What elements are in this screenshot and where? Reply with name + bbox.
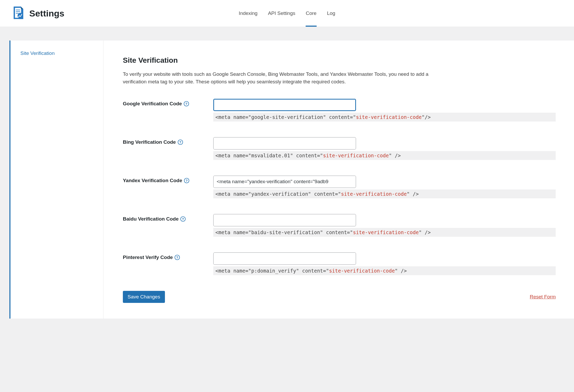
bing-code-hint: <meta name="msvalidate.01" content="site… (213, 151, 556, 160)
tab-core[interactable]: Core (301, 0, 322, 27)
help-icon[interactable]: ? (180, 216, 186, 222)
brand: Settings (10, 5, 64, 21)
actions-row: Save Changes Reset Form (123, 291, 556, 303)
svg-point-7 (18, 13, 23, 19)
svg-text:?: ? (176, 255, 178, 259)
field-row-pinterest: Pinterest Verify Code ? <meta name="p:do… (123, 252, 556, 275)
field-row-google: Google Verification Code ? <meta name="g… (123, 99, 556, 122)
field-label-google: Google Verification Code ? (123, 99, 213, 107)
section-title: Site Verification (123, 56, 556, 65)
main-content: Site Verification To verify your website… (104, 41, 574, 319)
field-body: <meta name="baidu-site-verification" con… (213, 214, 556, 237)
save-changes-button[interactable]: Save Changes (123, 291, 165, 303)
baidu-code-hint: <meta name="baidu-site-verification" con… (213, 228, 556, 237)
yandex-verification-input[interactable] (213, 176, 356, 188)
field-label-pinterest: Pinterest Verify Code ? (123, 252, 213, 260)
help-icon[interactable]: ? (174, 255, 180, 260)
top-header: Settings Indexing API Settings Core Log (0, 0, 574, 27)
label-text: Yandex Verification Code (123, 178, 182, 183)
tab-api-settings[interactable]: API Settings (263, 0, 301, 27)
svg-text:?: ? (182, 217, 184, 221)
pinterest-verification-input[interactable] (213, 252, 356, 265)
field-body: <meta name="google-site-verification" co… (213, 99, 556, 122)
baidu-verification-input[interactable] (213, 214, 356, 226)
app-logo-icon (10, 5, 26, 21)
help-icon[interactable]: ? (177, 139, 183, 145)
page-title: Settings (29, 8, 64, 19)
pinterest-code-hint: <meta name="p:domain_verify" content="si… (213, 266, 556, 275)
help-icon[interactable]: ? (184, 178, 190, 183)
content-wrap: Site Verification Site Verification To v… (0, 27, 574, 329)
side-nav-item-site-verification[interactable]: Site Verification (10, 50, 103, 56)
svg-text:?: ? (185, 102, 187, 106)
field-label-bing: Bing Verification Code ? (123, 137, 213, 145)
settings-panel: Site Verification Site Verification To v… (9, 41, 574, 319)
yandex-code-hint: <meta name="yandex-verification" content… (213, 189, 556, 198)
field-row-bing: Bing Verification Code ? <meta name="msv… (123, 137, 556, 160)
tab-indexing[interactable]: Indexing (233, 0, 263, 27)
label-text: Baidu Verification Code (123, 216, 179, 222)
label-text: Pinterest Verify Code (123, 255, 173, 260)
help-icon[interactable]: ? (183, 101, 189, 107)
bing-verification-input[interactable] (213, 137, 356, 149)
field-row-yandex: Yandex Verification Code ? <meta name="y… (123, 176, 556, 198)
tab-log[interactable]: Log (322, 0, 341, 27)
field-label-baidu: Baidu Verification Code ? (123, 214, 213, 222)
label-text: Bing Verification Code (123, 139, 176, 145)
label-text: Google Verification Code (123, 101, 182, 107)
google-verification-input[interactable] (213, 99, 356, 111)
field-body: <meta name="p:domain_verify" content="si… (213, 252, 556, 275)
svg-text:?: ? (179, 140, 181, 144)
header-tabs: Indexing API Settings Core Log (233, 0, 340, 27)
reset-form-link[interactable]: Reset Form (530, 294, 556, 300)
google-code-hint: <meta name="google-site-verification" co… (213, 113, 556, 122)
field-row-baidu: Baidu Verification Code ? <meta name="ba… (123, 214, 556, 237)
field-body: <meta name="msvalidate.01" content="site… (213, 137, 556, 160)
field-body: <meta name="yandex-verification" content… (213, 176, 556, 198)
side-nav: Site Verification (10, 41, 104, 319)
svg-text:?: ? (186, 178, 188, 182)
field-label-yandex: Yandex Verification Code ? (123, 176, 213, 183)
section-description: To verify your website with tools such a… (123, 70, 447, 86)
